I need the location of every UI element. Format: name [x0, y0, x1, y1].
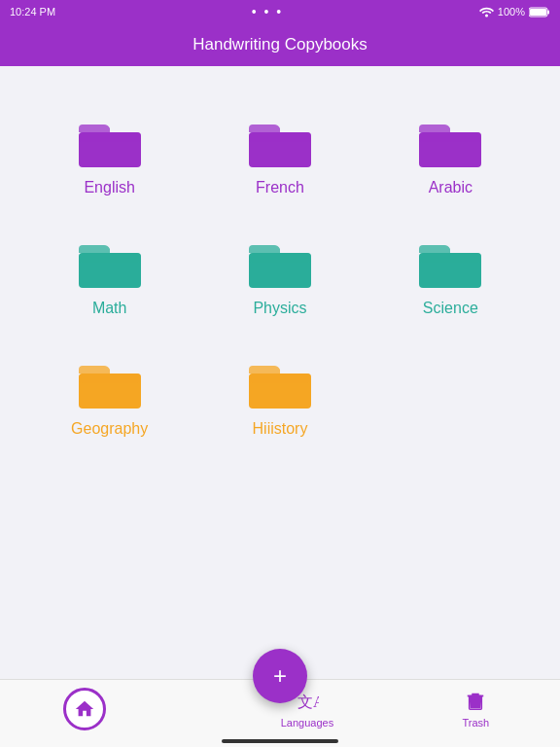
- folder-icon: [75, 115, 145, 171]
- svg-text:文A: 文A: [298, 694, 319, 710]
- page-title: Handwriting Copybooks: [192, 35, 368, 54]
- tab-trash-label: Trash: [462, 717, 489, 729]
- folder-icon: [245, 235, 315, 292]
- svg-rect-19: [249, 374, 311, 383]
- folder-label-physics: Physics: [253, 300, 306, 317]
- folder-grid: English French Arabic: [29, 86, 531, 438]
- status-time: 10:24 PM: [10, 6, 55, 18]
- tab-languages-label: Languages: [281, 717, 333, 729]
- folder-item-science[interactable]: Science: [370, 235, 531, 317]
- folder-icon: [415, 235, 485, 292]
- folder-label-math: Math: [92, 300, 127, 317]
- battery-percent: 100%: [498, 6, 525, 18]
- tab-home[interactable]: [46, 688, 123, 730]
- folder-item-arabic[interactable]: Arabic: [370, 115, 531, 196]
- folder-label-geography: Geography: [71, 420, 148, 438]
- home-icon: [74, 698, 95, 720]
- folder-icon: [415, 115, 485, 171]
- battery-icon: [529, 7, 550, 18]
- folder-label-french: French: [256, 179, 304, 196]
- tab-trash[interactable]: Trash: [437, 690, 514, 729]
- folder-icon: [75, 356, 145, 412]
- main-content: English French Arabic: [0, 66, 560, 679]
- add-icon: +: [273, 664, 287, 688]
- folder-item-geography[interactable]: Geography: [29, 356, 190, 438]
- status-dots: • • •: [252, 4, 283, 19]
- svg-rect-11: [79, 253, 141, 263]
- svg-rect-15: [419, 253, 481, 263]
- folder-item-history[interactable]: Hiiistory: [199, 356, 360, 438]
- svg-rect-7: [249, 132, 311, 142]
- svg-rect-5: [79, 132, 141, 142]
- folder-icon: [245, 356, 315, 412]
- svg-rect-9: [419, 132, 481, 142]
- folder-item-math[interactable]: Math: [29, 235, 190, 317]
- trash-icon: [465, 690, 486, 713]
- svg-point-0: [485, 14, 488, 17]
- home-indicator: [222, 739, 338, 743]
- top-bar: Handwriting Copybooks: [0, 23, 560, 66]
- wifi-icon: [479, 7, 494, 18]
- folder-label-history: Hiiistory: [253, 420, 308, 438]
- folder-icon: [245, 115, 315, 171]
- svg-rect-3: [547, 10, 549, 14]
- folder-label-arabic: Arabic: [429, 179, 472, 196]
- svg-rect-17: [79, 374, 141, 383]
- status-bar: 10:24 PM • • • 100%: [0, 0, 560, 23]
- folder-label-english: English: [84, 179, 134, 196]
- add-button[interactable]: +: [253, 649, 307, 703]
- folder-item-english[interactable]: English: [29, 115, 190, 196]
- status-icons: 100%: [479, 6, 550, 18]
- folder-item-physics[interactable]: Physics: [199, 235, 360, 317]
- folder-item-french[interactable]: French: [199, 115, 360, 196]
- folder-label-science: Science: [423, 300, 478, 317]
- folder-icon: [75, 235, 145, 292]
- svg-rect-13: [249, 253, 311, 263]
- home-circle: [63, 688, 106, 730]
- svg-rect-2: [530, 9, 546, 16]
